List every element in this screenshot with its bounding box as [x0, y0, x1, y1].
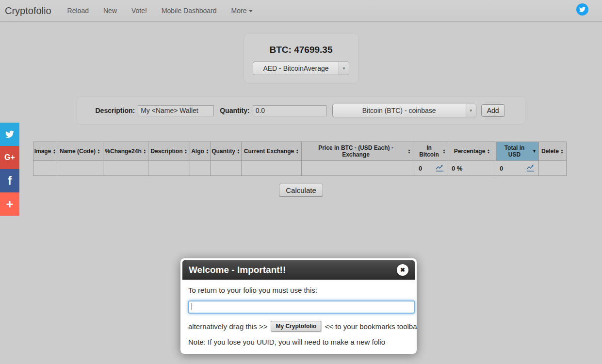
sort-icon: ▲▼	[206, 149, 209, 154]
in-bitcoin-value: 0	[419, 165, 422, 172]
page: Cryptofolio Reload New Vote! Mobile Dash…	[0, 0, 602, 364]
welcome-modal: Welcome - Important!! ✖ To return to you…	[180, 258, 417, 354]
modal-body: To return to your folio you must use thi…	[182, 280, 415, 354]
col-header-price-in-btc[interactable]: Price in BTC - (USD Each) - Exchange▲▼	[302, 142, 415, 161]
cell-percentage: 0 %	[448, 161, 496, 176]
modal-title: Welcome - Important!!	[189, 265, 286, 275]
btc-ticker-panel: BTC: 47699.35 AED - BitcoinAverage ▼	[244, 33, 359, 83]
share-googleplus-button[interactable]: G+	[0, 146, 19, 169]
sort-desc-icon: ▼	[532, 149, 537, 154]
share-facebook-button[interactable]: f	[0, 169, 19, 192]
col-header-quantity[interactable]: Quantity▲▼	[211, 142, 242, 161]
social-share-bar: G+ f +	[0, 123, 19, 216]
percentage-value: 0 %	[452, 165, 462, 172]
chevron-down-icon[interactable]: ▼	[339, 62, 349, 75]
plus-icon: +	[6, 197, 13, 212]
modal-header: Welcome - Important!! ✖	[182, 260, 415, 280]
share-more-button[interactable]: +	[0, 192, 19, 216]
cell-price-in-btc	[302, 161, 415, 176]
close-icon[interactable]: ✖	[397, 264, 408, 276]
cell-quantity	[211, 161, 242, 176]
calculate-area: Calculate	[0, 184, 602, 197]
sort-icon: ▲▼	[97, 149, 100, 154]
calculate-button[interactable]: Calculate	[279, 184, 323, 197]
sort-icon: ▲▼	[52, 149, 56, 154]
currency-select[interactable]: AED - BitcoinAverage ▼	[253, 62, 349, 75]
twitter-bird-icon	[5, 130, 14, 139]
col-header-in-bitcoin[interactable]: In Bitcoin▲▼	[415, 142, 448, 161]
bookmarklet-line: alternatively drag this >> My Cryptofoli…	[188, 321, 409, 332]
nav-item-mobile-dashboard[interactable]: Mobile Dashboard	[154, 7, 224, 15]
text-cursor	[192, 303, 192, 310]
brand-link[interactable]: Cryptofolio	[0, 5, 60, 16]
cell-description	[148, 161, 190, 176]
sort-icon: ▲▼	[487, 149, 490, 154]
sort-icon: ▲▼	[184, 149, 188, 154]
facebook-icon: f	[8, 174, 12, 188]
sort-icon: ▲▼	[143, 149, 146, 154]
cell-name-code	[57, 161, 103, 176]
cell-total-in-usd: 0	[496, 161, 539, 176]
col-header-total-in-usd[interactable]: Total in USD▼	[496, 142, 539, 161]
twitter-share-button[interactable]	[576, 3, 588, 16]
modal-intro-text: To return to your folio you must use thi…	[188, 286, 409, 294]
sort-icon: ▲▼	[237, 149, 240, 154]
quantity-input[interactable]	[253, 105, 326, 116]
twitter-bird-icon	[579, 6, 586, 13]
navbar: Cryptofolio Reload New Vote! Mobile Dash…	[0, 0, 602, 22]
coin-select[interactable]: Bitcoin (BTC) - coinbase ▼	[332, 104, 476, 117]
drag-prefix-text: alternatively drag this >>	[188, 322, 267, 331]
col-header-percentage[interactable]: Percentage▲▼	[448, 142, 496, 161]
uuid-input[interactable]	[188, 301, 415, 314]
col-header-description[interactable]: Description▲▼	[148, 142, 190, 161]
portfolio-table: Image▲▼ Name (Code)▲▼ %Change24h▲▼ Descr…	[33, 142, 567, 176]
share-twitter-button[interactable]	[0, 123, 19, 146]
sort-icon: ▲▼	[407, 149, 411, 154]
coin-select-value: Bitcoin (BTC) - coinbase	[333, 107, 466, 114]
chevron-down-icon	[249, 10, 253, 12]
sort-icon: ▲▼	[442, 149, 446, 154]
uuid-note-text: Note: If you lose you UUID, you will nee…	[188, 338, 409, 346]
nav-item-reload[interactable]: Reload	[60, 7, 96, 15]
uuid-field-wrap	[188, 301, 409, 314]
description-input[interactable]	[138, 105, 214, 116]
cell-algo	[190, 161, 211, 176]
cell-current-exchange	[242, 161, 302, 176]
col-header-current-exchange[interactable]: Current Exchange▲▼	[242, 142, 302, 161]
total-usd-value: 0	[500, 165, 503, 172]
add-coin-form: Description: Quantity: Bitcoin (BTC) - c…	[77, 96, 526, 125]
description-label: Description:	[96, 107, 135, 114]
btc-price-label: BTC: 47699.35	[244, 45, 358, 55]
nav-item-new[interactable]: New	[96, 7, 124, 15]
chart-icon[interactable]	[526, 165, 535, 172]
table-header-row: Image▲▼ Name (Code)▲▼ %Change24h▲▼ Descr…	[33, 142, 567, 161]
sort-icon: ▲▼	[560, 149, 564, 154]
col-header-change24h[interactable]: %Change24h▲▼	[103, 142, 148, 161]
nav-item-more-dropdown[interactable]: More	[224, 7, 260, 15]
cell-image	[33, 161, 57, 176]
col-header-name-code[interactable]: Name (Code)▲▼	[57, 142, 103, 161]
sort-icon: ▲▼	[295, 149, 299, 154]
nav-item-vote[interactable]: Vote!	[124, 7, 154, 15]
col-header-image[interactable]: Image▲▼	[33, 142, 57, 161]
add-button[interactable]: Add	[481, 104, 505, 117]
table-row: 0 0 % 0	[33, 161, 567, 176]
cell-change24h	[103, 161, 148, 176]
quantity-label: Quantity:	[220, 107, 249, 114]
more-label: More	[231, 7, 247, 15]
cell-delete	[539, 161, 567, 176]
col-header-algo[interactable]: Algo▲▼	[190, 142, 211, 161]
chart-icon[interactable]	[436, 165, 444, 172]
col-header-delete[interactable]: Delete▲▼	[539, 142, 567, 161]
my-cryptofolio-bookmarklet[interactable]: My Cryptofolio	[271, 321, 321, 332]
googleplus-icon: G+	[4, 153, 15, 162]
cell-in-bitcoin: 0	[415, 161, 448, 176]
currency-select-value: AED - BitcoinAverage	[253, 64, 339, 72]
drag-suffix-text: << to your bookmarks toolbar.	[325, 322, 417, 331]
chevron-down-icon[interactable]: ▼	[466, 104, 476, 117]
